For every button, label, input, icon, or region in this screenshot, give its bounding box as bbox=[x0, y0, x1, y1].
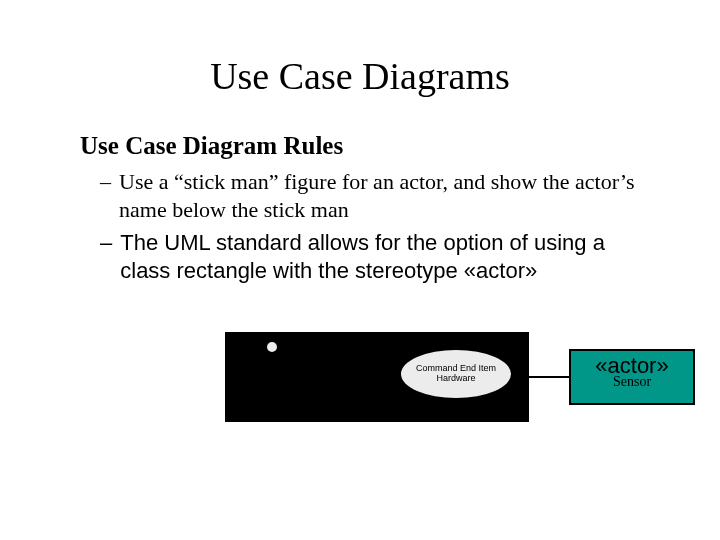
usecase-oval: Command End Item Hardware bbox=[401, 350, 511, 398]
actor-head-icon bbox=[267, 342, 277, 352]
slide-title: Use Case Diagrams bbox=[0, 54, 720, 98]
diagram-block: Command End Item Hardware bbox=[225, 332, 529, 422]
bullet-text: The UML standard allows for the option o… bbox=[120, 229, 660, 284]
connector-line bbox=[529, 376, 569, 378]
bullet-list: – Use a “stick man” figure for an actor,… bbox=[100, 168, 660, 284]
list-item: – The UML standard allows for the option… bbox=[100, 229, 660, 284]
actor-rectangle: «actor» Sensor bbox=[569, 349, 695, 405]
diagram-row: Command End Item Hardware «actor» Sensor bbox=[225, 332, 695, 422]
list-item: – Use a “stick man” figure for an actor,… bbox=[100, 168, 660, 223]
bullet-text: Use a “stick man” figure for an actor, a… bbox=[119, 168, 660, 223]
section-subtitle: Use Case Diagram Rules bbox=[80, 132, 720, 160]
oval-label: Command End Item Hardware bbox=[405, 364, 507, 384]
bullet-dash: – bbox=[100, 229, 112, 284]
bullet-dash: – bbox=[100, 168, 111, 223]
actor-name-label: Sensor bbox=[571, 375, 693, 389]
